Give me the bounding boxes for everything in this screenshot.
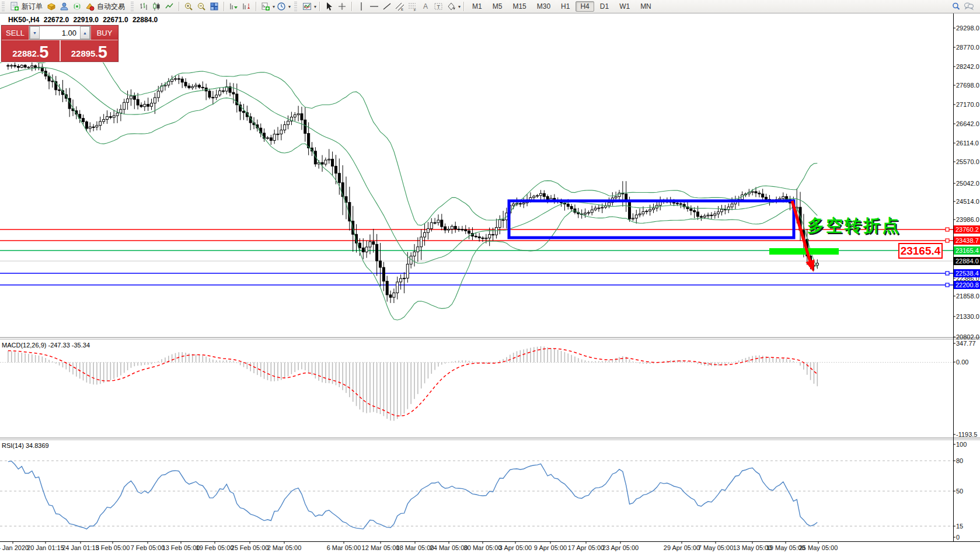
buy-price-big: 5 <box>98 44 107 60</box>
mt4-window: 新订单 自动交易 <box>0 0 980 553</box>
volume-increase-button[interactable]: ▲ <box>80 26 90 39</box>
chart-canvas[interactable] <box>0 0 980 553</box>
sell-price-big: 5 <box>39 44 48 60</box>
buy-button[interactable]: BUY <box>90 26 118 40</box>
buy-price[interactable]: 22895.5 <box>61 40 118 61</box>
sell-button[interactable]: SELL <box>2 26 29 40</box>
sell-price[interactable]: 22882.5 <box>2 40 60 61</box>
volume-decrease-button[interactable]: ▼ <box>30 26 40 39</box>
one-click-trading-panel: SELL ▼ ▲ BUY 22882.5 22895.5 <box>1 25 118 62</box>
volume-input[interactable] <box>40 26 80 39</box>
buy-price-main: 22895. <box>71 48 98 60</box>
sell-price-main: 22882. <box>12 48 39 60</box>
